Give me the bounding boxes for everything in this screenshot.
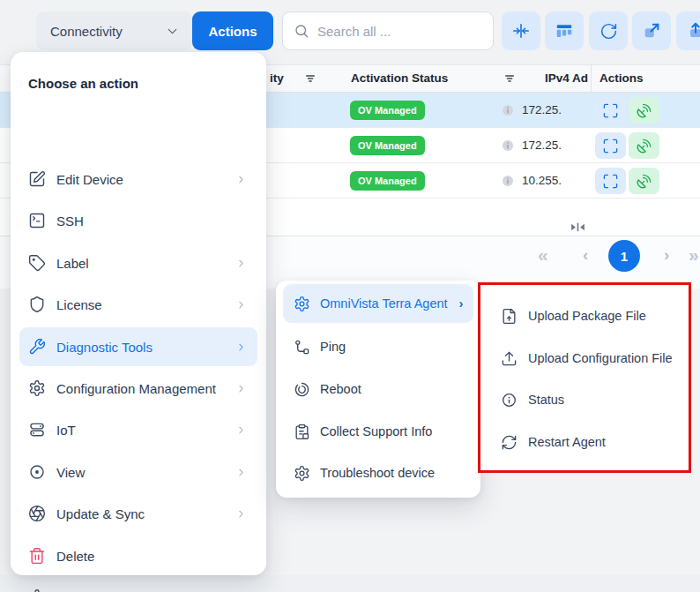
refresh-button[interactable] [589,11,628,50]
pagination-next-button[interactable]: › [664,245,669,265]
restart-icon [501,434,518,451]
chevron-right-icon [235,174,247,185]
pagination-prev-button[interactable]: ‹ [583,245,588,265]
gear-icon [294,296,310,312]
menu-item-configuration-management[interactable]: Configuration Management [19,369,257,408]
tag-icon [28,254,46,272]
connectivity-test-button[interactable] [629,132,659,159]
search-box[interactable] [282,11,494,50]
status-badge: OV Managed [350,171,425,191]
table-columns-icon [555,21,574,41]
chevron-right-icon [235,508,247,520]
menu-item-view[interactable]: View [19,453,257,491]
satellite-dish-icon [636,173,652,190]
chevron-right-icon [235,467,247,478]
status-badge: OV Managed [350,101,425,120]
shield-icon [28,296,46,313]
pagination-first-button[interactable]: « [538,244,548,266]
submenu-item-collect-support-info[interactable]: Collect Support Info [283,412,473,451]
pinned-column-divider-handle[interactable] [569,221,587,233]
edit-device-icon [28,170,46,188]
satellite-dish-icon [636,138,652,154]
file-upload-icon [501,308,518,325]
fit-columns-icon [511,21,531,41]
fit-columns-button[interactable] [502,11,540,50]
upload-button[interactable] [676,11,700,50]
menu-item-edit-device[interactable]: Edit Device [19,160,257,199]
route-icon [294,339,310,356]
filter-icon[interactable] [303,71,317,86]
column-header-connectivity-partial[interactable]: ity [270,64,284,93]
submenu-item-restart-agent[interactable]: Restart Agent [489,423,680,461]
iot-icon [28,421,46,438]
menu-item-iot[interactable]: IoT [19,410,257,449]
view-icon [28,463,46,481]
view-selector-label: Connectivity [50,24,165,39]
wrench-icon [28,338,46,356]
ipv4-cell: 172.25. [476,139,562,152]
connectivity-test-button[interactable] [629,97,659,124]
terminal-icon [28,212,46,229]
submenu-item-ping[interactable]: Ping [283,327,473,366]
table-columns-button[interactable] [545,11,584,50]
filter-icon[interactable] [503,71,517,86]
gear-icon [28,379,46,397]
sync-aperture-icon [28,505,46,522]
open-external-icon [642,21,661,41]
menu-title: Choose an action [28,76,138,91]
pagination-last-button[interactable]: » [689,244,699,266]
menu-item-ssh[interactable]: SSH [19,201,257,240]
submenu-item-reboot[interactable]: Reboot [283,370,473,408]
menu-item-configure-traps[interactable]: Configure Traps [19,578,257,592]
open-external-button[interactable] [632,11,671,50]
diagnostic-tools-submenu: OmniVista Terra Agent › Ping Reboot Coll… [276,281,480,498]
chevron-right-icon [235,383,247,394]
view-selector-dropdown[interactable]: Connectivity [36,11,192,50]
menu-item-diagnostic-tools[interactable]: Diagnostic Tools [19,327,257,366]
search-input[interactable] [317,24,467,39]
connectivity-test-button[interactable] [629,168,659,194]
expand-icon [602,138,619,154]
ipv4-cell: 172.25. [476,103,562,116]
clipboard-icon [294,423,310,440]
expand-row-button[interactable] [595,168,626,194]
chevron-right-icon [235,299,247,311]
upload-icon [686,21,700,41]
chevron-down-icon [165,24,180,39]
status-badge: OV Managed [350,136,425,155]
submenu-item-troubleshoot-device[interactable]: Troubleshoot device [283,453,473,492]
trash-icon [28,547,46,565]
chevron-right-icon [235,258,247,269]
menu-item-update-sync[interactable]: Update & Sync [19,494,257,533]
column-header-ipv4[interactable]: IPv4 Ad [545,64,589,93]
submenu-item-omnivista-terra-agent[interactable]: OmniVista Terra Agent › [283,284,473,323]
submenu-item-status[interactable]: Status [489,380,680,419]
ipv4-cell: 10.255. [476,174,562,187]
menu-item-license[interactable]: License [19,285,257,324]
search-icon [294,23,309,39]
chevron-right-icon [235,341,247,353]
submenu-item-upload-package-file[interactable]: Upload Package File [489,296,680,335]
actions-dropdown-menu: Choose an action Edit Device SSH Label L… [11,52,266,575]
pagination-current-page[interactable]: 1 [608,240,640,272]
reboot-icon [294,381,310,398]
menu-item-delete[interactable]: Delete [19,536,257,575]
actions-button[interactable]: Actions [192,11,273,50]
submenu-expand-chevron: › [459,296,464,311]
terra-agent-submenu: Upload Package File Upload Configuration… [480,285,689,470]
column-header-actions: Actions [599,64,644,93]
column-header-activation-status[interactable]: Activation Status [351,64,448,93]
gear-icon [28,588,46,592]
expand-icon [602,102,619,119]
upload-icon [501,350,518,367]
submenu-item-upload-configuration-file[interactable]: Upload Configuration File [489,339,680,378]
refresh-icon [599,22,618,41]
expand-row-button[interactable] [595,132,626,159]
menu-item-label[interactable]: Label [19,244,257,282]
satellite-dish-icon [636,102,652,119]
info-icon [501,392,518,408]
gear-icon [294,465,310,482]
app-screen: Connectivity Actions ity Activation Stat… [0,0,700,592]
expand-icon [602,173,619,190]
expand-row-button[interactable] [595,97,626,124]
